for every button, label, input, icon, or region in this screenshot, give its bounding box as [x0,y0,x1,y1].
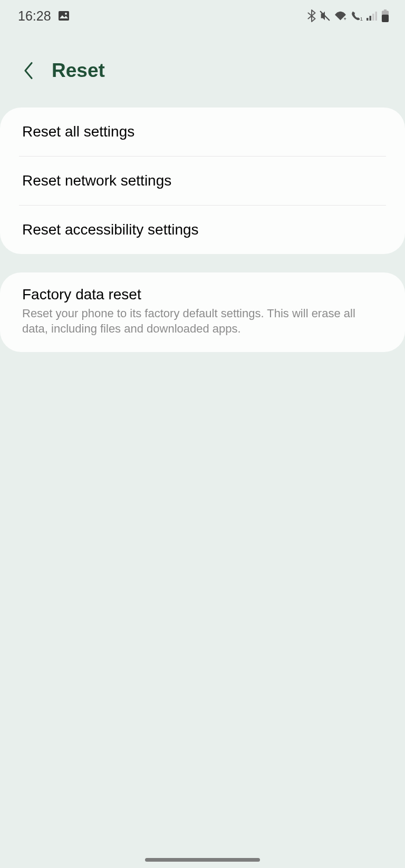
svg-text:+: + [344,16,346,21]
list-item-label: Reset all settings [22,123,383,140]
factory-data-reset-item[interactable]: Factory data reset Reset your phone to i… [0,272,405,352]
list-item-label: Reset network settings [22,172,383,189]
wifi-icon: + [334,11,347,21]
home-indicator[interactable] [145,858,260,862]
header: Reset [0,32,405,108]
settings-card-factory-reset: Factory data reset Reset your phone to i… [0,272,405,352]
bluetooth-icon [307,9,316,22]
battery-icon [381,9,389,22]
status-right: + 1 [307,9,389,22]
svg-text:1: 1 [360,16,363,22]
list-item-label: Reset accessibility settings [22,221,383,238]
volte-icon: 1 [350,10,363,22]
reset-all-settings-item[interactable]: Reset all settings [0,108,405,156]
signal-icon [367,11,378,21]
status-bar: 16:28 + [0,0,405,32]
svg-rect-10 [382,15,389,22]
status-left: 16:28 [18,8,70,24]
reset-accessibility-settings-item[interactable]: Reset accessibility settings [0,206,405,254]
svg-rect-5 [370,16,372,21]
svg-rect-4 [367,18,369,21]
list-item-label: Factory data reset [22,286,383,303]
mute-icon [319,10,331,22]
page-title: Reset [52,60,105,82]
svg-point-1 [65,13,67,15]
svg-rect-0 [59,11,69,21]
image-icon [57,9,70,22]
status-time: 16:28 [18,8,51,24]
svg-rect-6 [372,14,374,21]
back-button[interactable] [21,59,36,82]
reset-network-settings-item[interactable]: Reset network settings [0,157,405,205]
list-item-sublabel: Reset your phone to its factory default … [22,306,383,336]
svg-rect-8 [384,9,387,11]
chevron-left-icon [24,62,33,80]
svg-rect-7 [375,12,378,21]
settings-card-reset-options: Reset all settings Reset network setting… [0,108,405,254]
